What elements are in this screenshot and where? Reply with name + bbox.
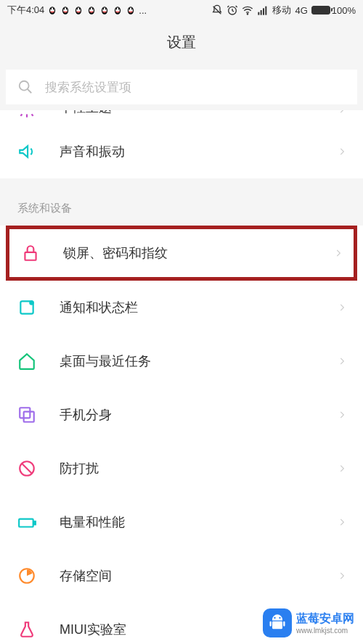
svg-rect-31 xyxy=(261,10,262,15)
svg-rect-42 xyxy=(34,521,36,524)
svg-point-23 xyxy=(118,8,120,9)
svg-point-14 xyxy=(90,8,91,9)
lock-icon xyxy=(21,244,40,263)
setting-label: 电量和性能 xyxy=(60,513,125,531)
svg-point-11 xyxy=(79,8,81,9)
notification-icon xyxy=(17,298,36,317)
page-header: 设置 xyxy=(0,20,363,64)
qq-icon xyxy=(126,5,136,15)
svg-rect-30 xyxy=(258,12,260,15)
battery-icon xyxy=(17,513,36,532)
svg-point-46 xyxy=(279,617,280,619)
setting-row-notification[interactable]: 通知和状态栏 xyxy=(0,281,363,334)
settings-group-system: 锁屏、密码和指纹 通知和状态栏 桌面与最近任务 手机分身 防打扰 电量和性能 存… xyxy=(0,226,363,644)
setting-row-storage[interactable]: 存储空间 xyxy=(0,549,363,603)
svg-point-7 xyxy=(66,8,68,9)
dual-icon xyxy=(17,405,36,424)
svg-point-18 xyxy=(103,8,105,9)
svg-rect-44 xyxy=(272,622,282,629)
svg-point-3 xyxy=(53,8,54,9)
chevron-right-icon xyxy=(337,571,347,581)
svg-point-29 xyxy=(248,14,248,15)
setting-row-sound[interactable]: 声音和振动 xyxy=(0,125,363,178)
qq-icon xyxy=(86,5,97,15)
chevron-right-icon xyxy=(337,463,347,474)
chevron-right-icon xyxy=(337,356,347,366)
setting-row-dnd[interactable]: 防打扰 xyxy=(0,442,363,495)
search-icon xyxy=(17,79,33,95)
svg-rect-39 xyxy=(24,412,34,422)
setting-label: 锁屏、密码和指纹 xyxy=(63,244,168,262)
theme-icon xyxy=(17,110,36,119)
watermark-main: 蓝莓安卓网 xyxy=(296,611,354,627)
battery-pct: 100% xyxy=(332,5,356,16)
setting-row-dual[interactable]: 手机分身 xyxy=(0,388,363,442)
sound-icon xyxy=(17,142,36,161)
chevron-right-icon xyxy=(337,410,347,420)
chevron-right-icon xyxy=(333,248,343,258)
svg-point-6 xyxy=(64,8,65,9)
qq-icon xyxy=(47,5,57,15)
setting-label: 手机分身 xyxy=(60,406,112,424)
qq-icon xyxy=(60,5,70,15)
svg-rect-41 xyxy=(19,519,33,527)
svg-rect-33 xyxy=(266,7,267,15)
carrier-label: 移动 xyxy=(272,4,291,17)
svg-point-27 xyxy=(131,8,133,9)
svg-point-15 xyxy=(92,8,94,9)
watermark-text: 蓝莓安卓网 www.lmkjst.com xyxy=(296,611,354,635)
svg-point-45 xyxy=(274,617,275,619)
chevron-right-icon xyxy=(337,517,347,527)
svg-rect-38 xyxy=(20,408,30,418)
search-container: 搜索系统设置项 xyxy=(0,64,363,110)
setting-label: 防打扰 xyxy=(60,460,99,477)
chevron-right-icon xyxy=(337,110,347,115)
setting-row-theme-partial[interactable]: 个性主题 xyxy=(0,110,363,125)
svg-point-22 xyxy=(116,8,118,9)
svg-rect-35 xyxy=(25,252,36,260)
highlight-box: 锁屏、密码和指纹 xyxy=(6,226,357,281)
signal-icon xyxy=(257,4,269,16)
section-header-system: 系统和设备 xyxy=(0,189,363,226)
svg-point-19 xyxy=(105,8,107,9)
setting-label: 声音和振动 xyxy=(60,143,125,160)
qq-icon xyxy=(113,5,123,15)
watermark: 蓝莓安卓网 www.lmkjst.com xyxy=(258,606,359,640)
setting-row-home[interactable]: 桌面与最近任务 xyxy=(0,334,363,388)
setting-label: 个性主题 xyxy=(60,110,112,116)
status-time: 下午4:04 xyxy=(7,4,44,17)
svg-point-10 xyxy=(77,8,78,9)
alarm-icon xyxy=(227,4,238,16)
setting-label: 存储空间 xyxy=(60,567,112,585)
settings-group-1: 个性主题 声音和振动 xyxy=(0,110,363,178)
svg-point-26 xyxy=(129,8,131,9)
qq-icon xyxy=(99,5,110,15)
mute-icon xyxy=(211,4,223,16)
android-icon xyxy=(263,608,292,637)
svg-rect-48 xyxy=(283,622,285,627)
section-title: 系统和设备 xyxy=(17,202,72,214)
status-bar: 下午4:04 ... 移动 4G 100% xyxy=(0,0,363,20)
setting-label: MIUI实验室 xyxy=(60,621,126,638)
flask-icon xyxy=(17,620,36,639)
chevron-right-icon xyxy=(337,146,347,157)
qq-icon xyxy=(73,5,83,15)
svg-rect-32 xyxy=(263,8,264,15)
storage-icon xyxy=(17,566,36,585)
svg-point-2 xyxy=(51,8,52,9)
search-placeholder: 搜索系统设置项 xyxy=(45,79,131,96)
wifi-icon xyxy=(242,4,253,16)
setting-label: 桌面与最近任务 xyxy=(60,352,151,370)
setting-row-power[interactable]: 电量和性能 xyxy=(0,495,363,549)
search-box[interactable]: 搜索系统设置项 xyxy=(6,70,357,104)
svg-point-34 xyxy=(20,81,29,91)
chevron-right-icon xyxy=(337,302,347,313)
svg-point-37 xyxy=(29,300,34,305)
home-icon xyxy=(17,352,36,371)
dnd-icon xyxy=(17,459,36,478)
battery-indicator: 100% xyxy=(311,5,356,16)
setting-label: 通知和状态栏 xyxy=(60,299,138,316)
page-title: 设置 xyxy=(167,33,196,52)
network-label: 4G xyxy=(295,5,307,16)
setting-row-lock[interactable]: 锁屏、密码和指纹 xyxy=(9,229,354,277)
